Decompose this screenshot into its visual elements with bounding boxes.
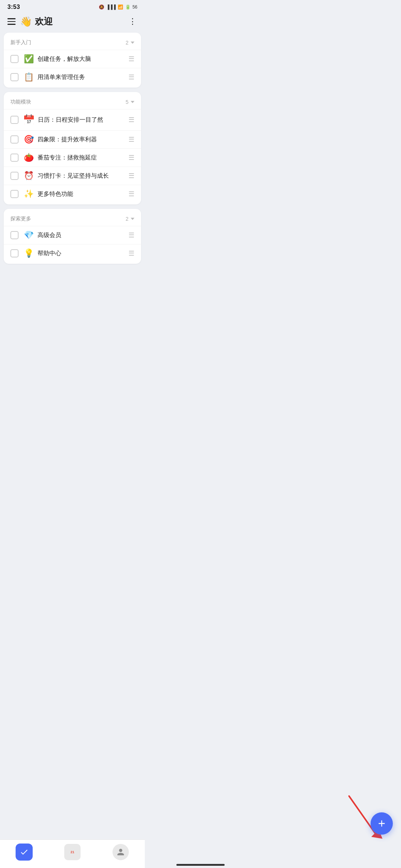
task-detail-icon-2: ☰	[128, 73, 134, 81]
battery-icon: 🔋	[125, 4, 131, 10]
chevron-icon-beginner	[131, 42, 134, 44]
header-left: 👋 欢迎	[7, 16, 53, 27]
task-checkbox-3[interactable]	[10, 116, 19, 124]
task-text-6: 习惯打卡：见证坚持与成长	[38, 172, 128, 180]
task-checkbox-4[interactable]	[10, 135, 19, 144]
task-text-5: 番茄专注：拯救拖延症	[38, 154, 128, 162]
task-item-8[interactable]: 💎 高级会员 ☰	[4, 226, 141, 244]
task-item-4[interactable]: 🎯 四象限：提升效率利器 ☰	[4, 130, 141, 148]
wifi-icon: 📶	[118, 4, 123, 10]
section-count-beginner: 2	[125, 40, 134, 46]
battery-level: 56	[133, 4, 137, 10]
task-detail-icon-1: ☰	[128, 55, 134, 63]
task-checkbox-6[interactable]	[10, 172, 19, 180]
task-text-1: 创建任务，解放大脑	[38, 55, 128, 63]
svg-text:17: 17	[27, 120, 31, 124]
signal-icon: ▐▐▐	[106, 4, 116, 10]
status-time: 3:53	[7, 4, 20, 10]
svg-rect-2	[24, 118, 34, 119]
section-beginner: 新手入门 2 ✅ 创建任务，解放大脑 ☰ 📋 用清单来管理任务 ☰	[4, 33, 141, 88]
task-detail-icon-9: ☰	[128, 249, 134, 257]
status-icons: 🔕 ▐▐▐ 📶 🔋 56	[99, 4, 137, 10]
section-title-features: 功能模块	[10, 99, 31, 105]
task-detail-icon-6: ☰	[128, 172, 134, 180]
task-icon-5: 🍅	[24, 154, 34, 162]
section-header-features[interactable]: 功能模块 5	[4, 93, 141, 109]
section-explore: 探索更多 2 💎 高级会员 ☰ 💡 帮助中心 ☰	[4, 209, 141, 264]
svg-text:JULY: JULY	[27, 115, 32, 118]
task-icon-2: 📋	[24, 73, 34, 81]
task-checkbox-5[interactable]	[10, 154, 19, 162]
menu-button[interactable]	[7, 18, 16, 25]
task-checkbox-2[interactable]	[10, 73, 19, 81]
task-text-8: 高级会员	[38, 231, 128, 239]
task-text-9: 帮助中心	[38, 250, 128, 257]
task-icon-7: ✨	[24, 190, 34, 198]
task-item-2[interactable]: 📋 用清单来管理任务 ☰	[4, 68, 141, 86]
task-detail-icon-5: ☰	[128, 154, 134, 162]
task-icon-8: 💎	[24, 231, 34, 239]
task-detail-icon-7: ☰	[128, 190, 134, 198]
status-bar: 3:53 🔕 ▐▐▐ 📶 🔋 56	[0, 0, 145, 13]
section-count-features: 5	[125, 99, 134, 105]
task-icon-9: 💡	[24, 249, 34, 257]
section-title-beginner: 新手入门	[10, 39, 31, 46]
task-icon-calendar: JULY 17	[24, 114, 34, 125]
chevron-icon-features	[131, 101, 134, 103]
task-item-1[interactable]: ✅ 创建任务，解放大脑 ☰	[4, 50, 141, 68]
task-item-5[interactable]: 🍅 番茄专注：拯救拖延症 ☰	[4, 148, 141, 167]
task-icon-1: ✅	[24, 55, 34, 63]
section-title-explore: 探索更多	[10, 216, 31, 222]
task-item-9[interactable]: 💡 帮助中心 ☰	[4, 244, 141, 262]
task-item-6[interactable]: ⏰ 习惯打卡：见证坚持与成长 ☰	[4, 167, 141, 185]
mute-icon: 🔕	[99, 4, 104, 10]
task-detail-icon-8: ☰	[128, 231, 134, 239]
app-title: 欢迎	[35, 16, 53, 27]
section-header-explore[interactable]: 探索更多 2	[4, 210, 141, 226]
welcome-emoji: 👋	[20, 16, 32, 27]
task-text-7: 更多特色功能	[38, 190, 128, 198]
more-button[interactable]: ⋮	[128, 17, 137, 26]
chevron-icon-explore	[131, 218, 134, 220]
task-checkbox-9[interactable]	[10, 249, 19, 257]
section-count-explore: 2	[125, 216, 134, 222]
task-item-3[interactable]: JULY 17 日历：日程安排一目了然 ☰	[4, 109, 141, 130]
task-text-3: 日历：日程安排一目了然	[38, 116, 128, 124]
task-checkbox-7[interactable]	[10, 190, 19, 198]
task-icon-4: 🎯	[24, 135, 34, 144]
task-checkbox-1[interactable]	[10, 55, 19, 63]
task-item-7[interactable]: ✨ 更多特色功能 ☰	[4, 185, 141, 203]
section-features: 功能模块 5 JULY 17 日历：日程安排一目了然 ☰ 🎯 四象限：提升效率利…	[4, 92, 141, 204]
header: 👋 欢迎 ⋮	[0, 13, 145, 33]
task-icon-6: ⏰	[24, 172, 34, 180]
header-title: 👋 欢迎	[20, 16, 53, 27]
task-detail-icon-4: ☰	[128, 135, 134, 144]
task-checkbox-8[interactable]	[10, 231, 19, 239]
section-header-beginner[interactable]: 新手入门 2	[4, 34, 141, 50]
task-text-4: 四象限：提升效率利器	[38, 136, 128, 144]
task-detail-icon-3: ☰	[128, 116, 134, 124]
task-text-2: 用清单来管理任务	[38, 73, 128, 81]
